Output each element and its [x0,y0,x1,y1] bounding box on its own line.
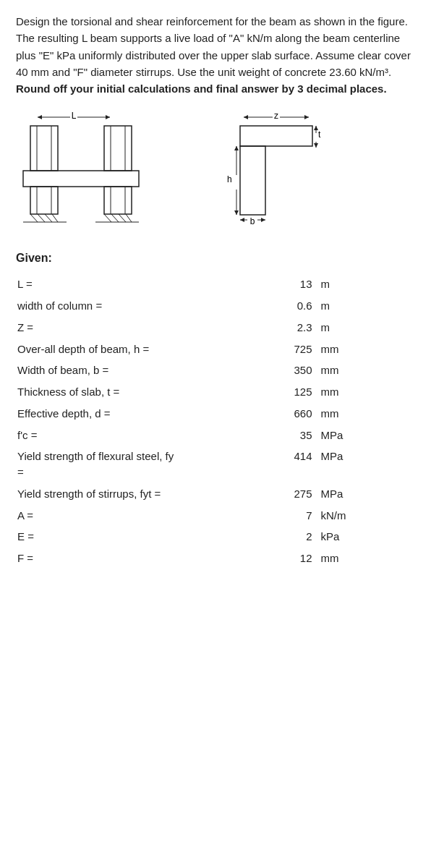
given-label: Thickness of slab, t = [16,381,247,403]
given-value: 414 [247,446,319,483]
given-row: Width of beam, b =350mm [16,359,415,381]
given-unit: mm [320,339,415,360]
given-label: Effective depth, d = [16,403,247,425]
given-row: width of column =0.6m [16,295,415,317]
svg-line-17 [45,214,52,222]
diagram-left: L [16,110,175,229]
svg-line-23 [111,214,119,222]
problem-bold: Round off your initial calculations and … [16,82,387,95]
given-value: 2 [247,526,319,548]
given-unit: MPa [320,446,415,483]
diagrams-container: L [16,110,415,229]
svg-marker-37 [314,143,318,148]
given-label: Over-all depth of beam, h = [16,339,247,360]
svg-text:L: L [72,111,77,121]
svg-marker-35 [314,126,318,130]
problem-text: Design the torsional and shear reinforce… [16,13,415,97]
svg-rect-5 [30,126,58,171]
svg-line-22 [104,214,111,222]
svg-line-25 [126,214,132,222]
given-unit: MPa [320,425,415,446]
given-section: Given: L =13mwidth of column =0.6mZ =2.3… [16,250,415,569]
svg-text:h: h [227,174,232,184]
given-unit: m [320,295,415,317]
svg-line-15 [30,214,38,222]
given-value: 0.6 [247,295,319,317]
given-unit: kN/m [320,505,415,527]
problem-text-part1: Design the torsional and shear reinforce… [16,15,411,78]
given-row: Effective depth, d =660mm [16,403,415,425]
given-unit: mm [320,548,415,569]
given-value: 660 [247,403,319,425]
given-row: A =7kN/m [16,505,415,527]
given-unit: MPa [320,483,415,505]
given-row: Over-all depth of beam, h =725mm [16,339,415,360]
svg-rect-19 [104,187,132,214]
given-value: 13 [247,273,319,295]
given-label: width of column = [16,295,247,317]
given-label: f'c = [16,425,247,446]
svg-marker-42 [234,146,239,150]
given-value: 35 [247,425,319,446]
svg-marker-2 [38,115,42,119]
given-table: L =13mwidth of column =0.6mZ =2.3mOver-a… [16,273,415,569]
svg-rect-8 [104,126,132,171]
svg-marker-32 [304,115,309,119]
svg-rect-38 [240,126,312,146]
given-value: 275 [247,483,319,505]
svg-marker-4 [106,115,110,119]
given-label: Yield strength of stirrups, fyt = [16,483,247,505]
given-label: A = [16,505,247,527]
given-value: 350 [247,359,319,381]
given-row: f'c =35MPa [16,425,415,446]
given-label: Width of beam, b = [16,359,247,381]
svg-marker-44 [234,210,239,215]
diagram-right: z t h b [197,110,341,229]
svg-line-24 [119,214,126,222]
given-value: 2.3 [247,317,319,339]
given-row: Yield strength of flexural steel, fy=414… [16,446,415,483]
svg-marker-49 [261,218,265,222]
svg-marker-47 [240,218,244,222]
given-row: Thickness of slab, t =125mm [16,381,415,403]
svg-rect-12 [30,187,58,214]
given-label: E = [16,526,247,548]
given-unit: kPa [320,526,415,548]
given-unit: m [320,273,415,295]
given-unit: mm [320,359,415,381]
given-unit: mm [320,403,415,425]
given-unit: mm [320,381,415,403]
svg-rect-39 [240,146,265,215]
given-value: 725 [247,339,319,360]
given-title: Given: [16,250,415,266]
given-value: 7 [247,505,319,527]
given-label: Z = [16,317,247,339]
svg-line-18 [52,214,58,222]
given-row: F =12mm [16,548,415,569]
given-row: L =13m [16,273,415,295]
svg-text:b: b [250,216,255,226]
given-label: L = [16,273,247,295]
given-row: Z =2.3m [16,317,415,339]
given-label: F = [16,548,247,569]
given-unit: m [320,317,415,339]
given-label: Yield strength of flexural steel, fy= [16,446,247,483]
given-value: 125 [247,381,319,403]
svg-line-16 [38,214,45,222]
given-value: 12 [247,548,319,569]
svg-text:t: t [318,129,321,140]
svg-rect-11 [23,171,139,187]
given-row: E =2kPa [16,526,415,548]
svg-text:z: z [274,111,278,121]
given-row: Yield strength of stirrups, fyt =275MPa [16,483,415,505]
svg-marker-30 [244,115,248,119]
